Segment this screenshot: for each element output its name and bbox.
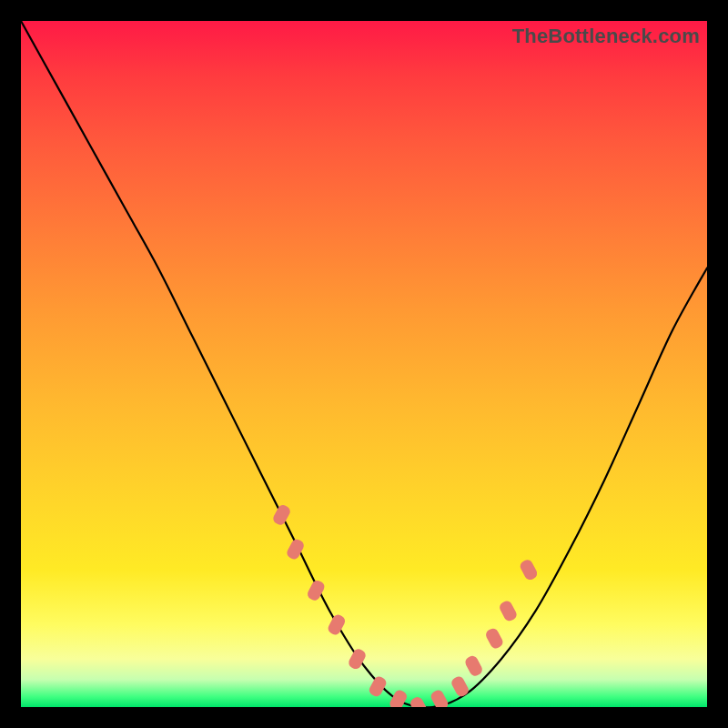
curve-marker: [450, 674, 470, 698]
curve-marker: [409, 695, 430, 707]
curve-marker: [484, 627, 505, 651]
chart-plot-area: TheBottleneck.com: [21, 21, 707, 707]
marker-group: [271, 503, 539, 707]
curve-marker: [326, 613, 347, 637]
bottleneck-curve: [21, 21, 707, 707]
curve-marker: [463, 654, 484, 678]
curve-marker: [368, 674, 389, 698]
curve-marker: [519, 558, 540, 581]
curve-marker: [430, 688, 450, 707]
curve-svg: [21, 21, 707, 707]
curve-marker: [271, 503, 292, 527]
curve-marker: [498, 599, 519, 622]
